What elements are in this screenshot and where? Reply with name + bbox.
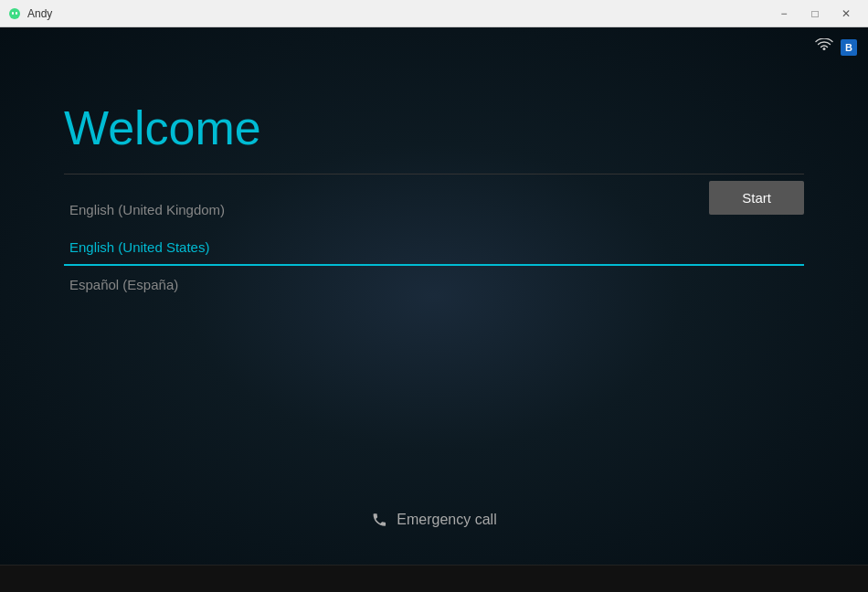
app-logo-icon <box>7 6 22 21</box>
svg-rect-2 <box>16 12 17 15</box>
titlebar-buttons: − □ ✕ <box>769 0 861 27</box>
divider <box>64 174 804 174</box>
bottom-bar <box>0 565 868 592</box>
maximize-button[interactable]: □ <box>800 0 830 27</box>
language-item-0[interactable]: English (United Kingdom) <box>64 191 804 228</box>
app-title: Andy <box>27 7 52 20</box>
svg-rect-1 <box>12 12 14 15</box>
language-list: English (United Kingdom)English (United … <box>64 191 804 303</box>
close-button[interactable]: ✕ <box>831 0 861 27</box>
android-screen: B Welcome English (United Kingdom)Englis… <box>0 27 868 565</box>
status-icons: B <box>815 38 857 57</box>
language-item-1[interactable]: English (United States) <box>64 228 804 266</box>
welcome-title: Welcome <box>64 100 804 155</box>
phone-icon <box>371 512 387 528</box>
start-button[interactable]: Start <box>709 181 804 215</box>
bluetooth-icon: B <box>841 39 857 56</box>
emergency-call[interactable]: Emergency call <box>371 512 496 528</box>
welcome-content: Welcome English (United Kingdom)English … <box>64 100 804 303</box>
language-item-2[interactable]: Español (España) <box>64 266 804 303</box>
titlebar-left: Andy <box>7 6 52 21</box>
titlebar: Andy − □ ✕ <box>0 0 868 27</box>
minimize-button[interactable]: − <box>769 0 799 27</box>
wifi-icon <box>815 38 833 57</box>
emergency-call-label: Emergency call <box>397 512 496 528</box>
svg-point-0 <box>9 8 20 19</box>
